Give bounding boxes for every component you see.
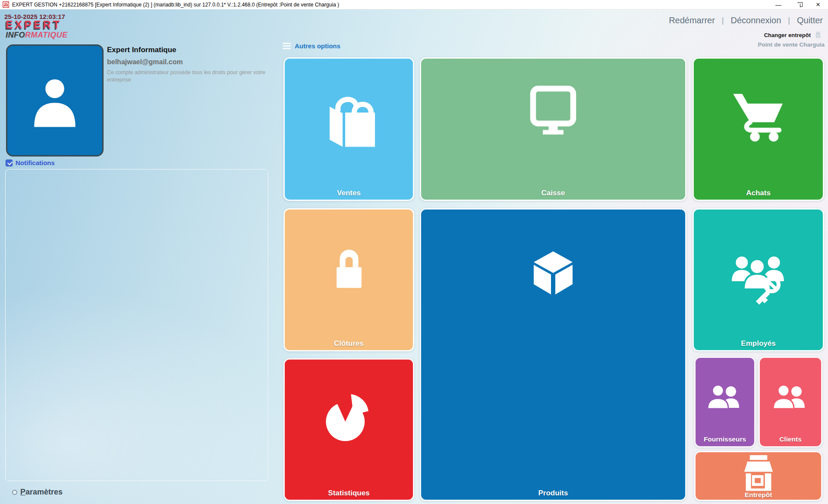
- people-key-icon: [725, 243, 792, 310]
- warehouse-icon: [814, 31, 822, 38]
- change-warehouse-button[interactable]: Changer entrepôt: [764, 31, 822, 38]
- people-icon: [703, 379, 746, 422]
- tile-employes[interactable]: Employés: [693, 208, 824, 351]
- restart-link[interactable]: Redémarrer: [669, 16, 715, 25]
- settings-icon: [12, 490, 17, 495]
- settings-button[interactable]: Paramètres: [12, 488, 63, 497]
- shopping-cart-icon: [728, 84, 789, 144]
- session-actions: Redémarrer | Déconnexion | Quitter: [669, 16, 823, 25]
- tile-label: Ventes: [285, 189, 413, 197]
- app-icon: [3, 1, 9, 8]
- notifications-checkbox[interactable]: [6, 160, 13, 166]
- tile-produits[interactable]: Produits: [420, 208, 686, 501]
- app-window: EXPERT GESTION +21622168875 [Expert Info…: [0, 0, 828, 504]
- tile-label: Clients: [760, 435, 821, 443]
- brand-logo: EXPERT INFORMATIQUE: [6, 19, 68, 39]
- tile-label: Entrepôt: [696, 491, 821, 499]
- tile-ventes[interactable]: Ventes: [283, 57, 414, 201]
- tile-label: Employés: [694, 339, 823, 348]
- current-warehouse-label: Point de vente Charguia: [758, 41, 825, 48]
- pie-chart-icon: [318, 385, 380, 448]
- logout-link[interactable]: Déconnexion: [731, 16, 781, 25]
- other-options-header[interactable]: Autres options: [283, 42, 340, 50]
- shopping-bag-icon: [317, 87, 381, 151]
- tile-label: Achats: [694, 189, 823, 197]
- window-title: EXPERT GESTION +21622168875 [Expert Info…: [12, 2, 339, 8]
- tile-fournisseurs[interactable]: Fournisseurs: [694, 357, 756, 448]
- titlebar: EXPERT GESTION +21622168875 [Expert Info…: [0, 0, 828, 9]
- close-button[interactable]: ×: [808, 0, 828, 9]
- window-controls: — ×: [768, 0, 828, 9]
- tile-entrepot[interactable]: Entrepôt: [694, 451, 822, 501]
- minimize-button[interactable]: —: [768, 0, 788, 9]
- tile-label: Caisse: [421, 189, 685, 197]
- padlock-icon: [323, 242, 375, 294]
- tile-achats[interactable]: Achats: [693, 57, 824, 201]
- change-warehouse-label: Changer entrepôt: [764, 32, 811, 38]
- tile-clotures[interactable]: Clôtures: [283, 208, 414, 351]
- notifications-label: Notifications: [16, 159, 55, 166]
- hamburger-icon: [283, 43, 291, 49]
- tile-clients[interactable]: Clients: [759, 357, 822, 448]
- separator: |: [722, 16, 724, 25]
- quit-link[interactable]: Quitter: [797, 16, 823, 25]
- restore-button[interactable]: [788, 0, 808, 9]
- storefront-icon: [739, 454, 778, 493]
- tile-label: Statistiques: [285, 489, 413, 498]
- people-icon: [769, 379, 812, 422]
- monitor-icon: [521, 80, 586, 145]
- person-icon: [25, 58, 84, 143]
- avatar[interactable]: [6, 44, 104, 157]
- profile-email: belhajwael@gmail.com: [107, 58, 183, 66]
- cube-icon: [526, 245, 580, 299]
- tile-caisse[interactable]: Caisse: [420, 57, 686, 201]
- tile-label: Produits: [421, 489, 685, 498]
- settings-label: Paramètres: [20, 488, 63, 497]
- logo-line2: INFORMATIQUE: [6, 31, 68, 39]
- notifications-panel: [5, 169, 268, 481]
- tile-statistiques[interactable]: Statistiques: [283, 358, 414, 501]
- profile-name: Expert Informatique: [107, 46, 176, 54]
- tile-label: Clôtures: [285, 339, 413, 348]
- tile-label: Fournisseurs: [696, 435, 754, 443]
- logo-line1: EXPERT: [6, 19, 62, 31]
- other-options-label: Autres options: [295, 42, 340, 50]
- separator: |: [788, 16, 790, 25]
- restore-icon: [797, 3, 800, 7]
- profile-description: Ce compte administrateur possède tous le…: [107, 69, 280, 84]
- notifications-row: Notifications: [6, 159, 55, 166]
